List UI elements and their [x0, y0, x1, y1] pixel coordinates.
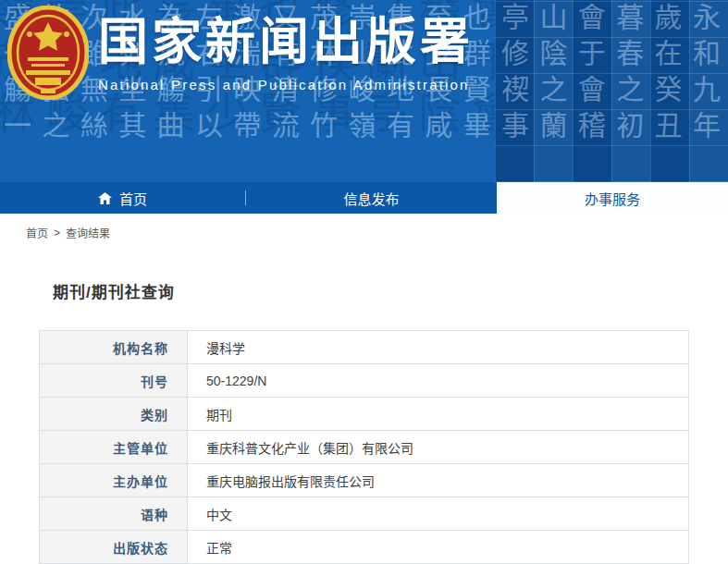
- row-label: 语种: [40, 497, 188, 531]
- table-row: 出版状态 正常: [40, 531, 689, 564]
- table-row: 主管单位 重庆科普文化产业（集团）有限公司: [40, 431, 689, 464]
- site-titles: 国家新闻出版署 National Press and Publication A…: [98, 13, 474, 92]
- nav-item-services[interactable]: 办事服务: [497, 182, 728, 214]
- tile-wall-text: 永和九年歲在癸丑暮春之初會于會稽山陰之蘭亭修禊事也群賢畢至少長咸集此地有崇山峻嶺…: [495, 0, 728, 182]
- row-value: 重庆科普文化产业（集团）有限公司: [188, 431, 689, 464]
- row-label: 类别: [40, 398, 188, 431]
- nav-item-home[interactable]: 首页: [0, 182, 245, 214]
- row-label: 主办单位: [40, 464, 188, 497]
- nav-item-info[interactable]: 信息发布: [246, 182, 497, 214]
- main-nav: 首页 信息发布 办事服务: [0, 182, 728, 214]
- periodical-info-table: 机构名称 漫科学 刊号 50-1229/N 类别 期刊 主管单位 重庆科普文化产…: [39, 330, 689, 564]
- calligraphy-tile-wall: 永和九年歲在癸丑暮春之初會于會稽山陰之蘭亭修禊事也群賢畢至少長咸集此地有崇山峻嶺…: [495, 0, 728, 182]
- nav-item-label: 首页: [119, 189, 147, 208]
- nav-item-label: 信息发布: [343, 189, 399, 208]
- row-label: 主管单位: [40, 431, 188, 464]
- site-brand: 国家新闻出版署 National Press and Publication A…: [0, 0, 474, 104]
- row-value: 中文: [188, 497, 689, 531]
- table-row: 机构名称 漫科学: [40, 331, 689, 364]
- row-value: 重庆电脑报出版有限责任公司: [188, 464, 689, 497]
- row-label: 出版状态: [40, 531, 188, 564]
- table-row: 刊号 50-1229/N: [40, 364, 689, 398]
- page-title: 期刊/期刊社查询: [39, 279, 689, 302]
- breadcrumb-current: 查询结果: [66, 225, 110, 240]
- breadcrumb: 首页 > 查询结果: [0, 214, 728, 251]
- site-header: 永和九年歲在癸丑暮春之初會于會稽山陰之蘭亭修禊事也群賢畢至少長咸集此地有崇山峻嶺…: [0, 0, 728, 182]
- nav-item-label: 办事服务: [585, 189, 640, 208]
- row-label: 刊号: [40, 364, 188, 398]
- breadcrumb-separator: >: [54, 227, 60, 239]
- site-subtitle: National Press and Publication Administr…: [98, 77, 474, 92]
- row-value: 期刊: [188, 398, 689, 431]
- row-value: 正常: [188, 531, 689, 564]
- home-icon: [98, 192, 112, 204]
- table-row: 主办单位 重庆电脑报出版有限责任公司: [40, 464, 689, 497]
- table-row: 语种 中文: [40, 497, 689, 531]
- table-row: 类别 期刊: [40, 398, 689, 431]
- row-value: 漫科学: [188, 331, 689, 364]
- row-label: 机构名称: [40, 331, 188, 364]
- breadcrumb-home-link[interactable]: 首页: [26, 225, 48, 240]
- main-content: 期刊/期刊社查询 机构名称 漫科学 刊号 50-1229/N 类别 期刊 主管单…: [0, 251, 728, 564]
- national-emblem-icon: [7, 6, 89, 104]
- site-title: 国家新闻出版署: [98, 13, 474, 70]
- row-value: 50-1229/N: [188, 364, 689, 398]
